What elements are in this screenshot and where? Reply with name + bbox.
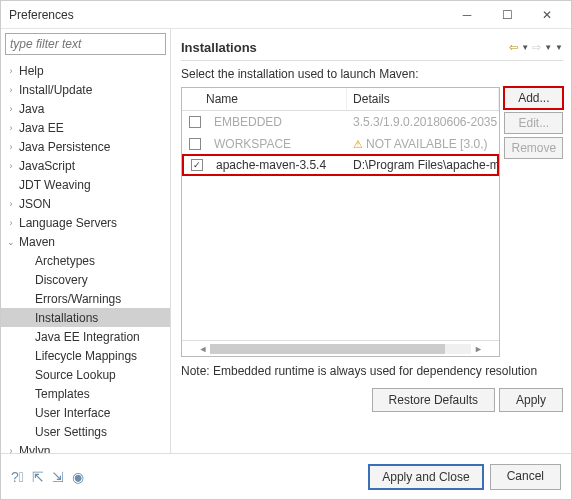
body: ›Help›Install/Update›Java›Java EE›Java P… <box>1 29 571 453</box>
table-row[interactable]: EMBEDDED3.5.3/1.9.0.20180606-2035 <box>182 111 499 133</box>
installations-table: Name Details EMBEDDED3.5.3/1.9.0.2018060… <box>181 87 500 357</box>
tree-item-label: Templates <box>33 387 90 401</box>
tree-item-java-persistence[interactable]: ›Java Persistence <box>1 137 170 156</box>
tree-item-source-lookup[interactable]: Source Lookup <box>1 365 170 384</box>
tree-item-lifecycle-mappings[interactable]: Lifecycle Mappings <box>1 346 170 365</box>
tree-item-installations[interactable]: Installations <box>1 308 170 327</box>
back-icon[interactable]: ⇦ <box>509 41 518 54</box>
tree-item-install-update[interactable]: ›Install/Update <box>1 80 170 99</box>
tree-item-java[interactable]: ›Java <box>1 99 170 118</box>
tree-item-label: JDT Weaving <box>17 178 91 192</box>
cell-name: apache-maven-3.5.4 <box>210 158 347 172</box>
tree-item-label: Language Servers <box>17 216 117 230</box>
expander-icon[interactable]: › <box>5 446 17 454</box>
forward-menu-icon: ▼ <box>544 43 552 52</box>
table-row[interactable]: ✓apache-maven-3.5.4D:\Program Files\apac… <box>182 154 499 176</box>
side-buttons: Add... Edit... Remove <box>504 87 563 357</box>
tree-item-user-settings[interactable]: User Settings <box>1 422 170 441</box>
filter-input[interactable] <box>5 33 166 55</box>
close-button[interactable]: ✕ <box>527 2 567 28</box>
checkbox[interactable]: ✓ <box>191 159 203 171</box>
scroll-left-icon[interactable]: ◄ <box>196 344 210 354</box>
help-icon[interactable]: ?⃝ <box>11 469 24 485</box>
horizontal-scrollbar[interactable]: ◄ ► <box>182 340 499 356</box>
expander-icon[interactable]: › <box>5 199 17 209</box>
table-header: Name Details <box>182 88 499 111</box>
import-icon[interactable]: ⇱ <box>32 469 44 485</box>
table-area: Name Details EMBEDDED3.5.3/1.9.0.2018060… <box>181 87 563 357</box>
preference-tree[interactable]: ›Help›Install/Update›Java›Java EE›Java P… <box>1 59 170 453</box>
tree-item-archetypes[interactable]: Archetypes <box>1 251 170 270</box>
checkbox[interactable] <box>189 138 201 150</box>
record-icon[interactable]: ◉ <box>72 469 84 485</box>
table-body: EMBEDDED3.5.3/1.9.0.20180606-2035WORKSPA… <box>182 111 499 340</box>
tree-item-label: Source Lookup <box>33 368 116 382</box>
tree-item-language-servers[interactable]: ›Language Servers <box>1 213 170 232</box>
tree-item-label: JSON <box>17 197 51 211</box>
expander-icon[interactable]: › <box>5 218 17 228</box>
cell-details: D:\Program Files\apache-ma <box>347 158 497 172</box>
tree-item-json[interactable]: ›JSON <box>1 194 170 213</box>
cell-name: WORKSPACE <box>208 137 347 151</box>
column-name[interactable]: Name <box>182 88 347 110</box>
tree-item-label: Java <box>17 102 44 116</box>
add-button[interactable]: Add... <box>504 87 563 109</box>
page-heading: Installations <box>181 40 509 55</box>
restore-defaults-button[interactable]: Restore Defaults <box>372 388 495 412</box>
tree-item-label: Lifecycle Mappings <box>33 349 137 363</box>
view-menu-icon[interactable]: ▼ <box>555 43 563 52</box>
tree-item-label: Discovery <box>33 273 88 287</box>
checkbox[interactable] <box>189 116 201 128</box>
column-details[interactable]: Details <box>347 88 499 110</box>
expander-icon[interactable]: › <box>5 161 17 171</box>
expander-icon[interactable]: › <box>5 85 17 95</box>
nav-toolbar: ⇦ ▼ ⇨ ▼ ▼ <box>509 41 563 54</box>
export-icon[interactable]: ⇲ <box>52 469 64 485</box>
maximize-button[interactable]: ☐ <box>487 2 527 28</box>
tree-item-java-ee-integration[interactable]: Java EE Integration <box>1 327 170 346</box>
table-row[interactable]: WORKSPACE⚠NOT AVAILABLE [3.0,) <box>182 133 499 155</box>
scroll-right-icon[interactable]: ► <box>471 344 485 354</box>
sidebar: ›Help›Install/Update›Java›Java EE›Java P… <box>1 29 171 453</box>
main-header: Installations ⇦ ▼ ⇨ ▼ ▼ <box>181 35 563 61</box>
tree-item-errors-warnings[interactable]: Errors/Warnings <box>1 289 170 308</box>
cell-name: EMBEDDED <box>208 115 347 129</box>
tree-item-label: Installations <box>33 311 98 325</box>
expander-icon[interactable]: › <box>5 66 17 76</box>
tree-item-javascript[interactable]: ›JavaScript <box>1 156 170 175</box>
tree-item-mylyn[interactable]: ›Mylyn <box>1 441 170 453</box>
forward-icon: ⇨ <box>532 41 541 54</box>
expander-icon[interactable]: › <box>5 123 17 133</box>
remove-button: Remove <box>504 137 563 159</box>
tree-item-templates[interactable]: Templates <box>1 384 170 403</box>
restore-row: Restore Defaults Apply <box>181 380 563 420</box>
apply-button[interactable]: Apply <box>499 388 563 412</box>
tree-item-label: Install/Update <box>17 83 92 97</box>
cell-details: ⚠NOT AVAILABLE [3.0,) <box>347 137 499 151</box>
expander-icon[interactable]: › <box>5 104 17 114</box>
tree-item-label: JavaScript <box>17 159 75 173</box>
minimize-button[interactable]: ─ <box>447 2 487 28</box>
tree-item-label: Archetypes <box>33 254 95 268</box>
note-text: Note: Embedded runtime is always used fo… <box>181 363 563 380</box>
footer-buttons: Apply and Close Cancel <box>368 464 561 490</box>
main-panel: Installations ⇦ ▼ ⇨ ▼ ▼ Select the insta… <box>171 29 571 453</box>
titlebar: Preferences ─ ☐ ✕ <box>1 1 571 29</box>
tree-item-user-interface[interactable]: User Interface <box>1 403 170 422</box>
tree-item-java-ee[interactable]: ›Java EE <box>1 118 170 137</box>
footer-icons: ?⃝ ⇱ ⇲ ◉ <box>11 469 84 485</box>
tree-item-help[interactable]: ›Help <box>1 61 170 80</box>
tree-item-label: Maven <box>17 235 55 249</box>
tree-item-discovery[interactable]: Discovery <box>1 270 170 289</box>
cell-details: 3.5.3/1.9.0.20180606-2035 <box>347 115 499 129</box>
tree-item-label: Java EE Integration <box>33 330 140 344</box>
tree-item-jdt-weaving[interactable]: JDT Weaving <box>1 175 170 194</box>
apply-and-close-button[interactable]: Apply and Close <box>368 464 483 490</box>
expander-icon[interactable]: › <box>5 142 17 152</box>
cancel-button[interactable]: Cancel <box>490 464 561 490</box>
expander-icon[interactable]: ⌄ <box>5 237 17 247</box>
tree-item-maven[interactable]: ⌄Maven <box>1 232 170 251</box>
back-menu-icon[interactable]: ▼ <box>521 43 529 52</box>
footer: ?⃝ ⇱ ⇲ ◉ Apply and Close Cancel <box>1 453 571 499</box>
instruction-text: Select the installation used to launch M… <box>181 67 563 81</box>
